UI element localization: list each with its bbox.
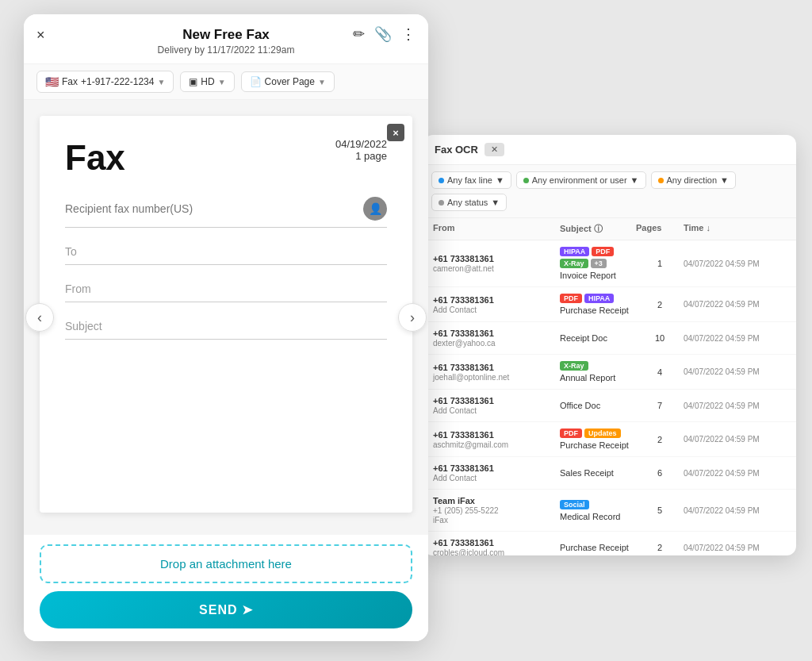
subject-cell: Purchase Receipt (560, 543, 636, 552)
filter-env-user[interactable]: Any environment or user ▼ (516, 171, 646, 189)
tag-hipaa: HIPAA (560, 247, 589, 256)
tag-pdf: PDF (560, 294, 582, 303)
table-row[interactable]: +61 733381361 cameron@att.net HIPAAPDFX-… (423, 240, 796, 287)
recipient-field-container: 👤 (65, 197, 387, 228)
subject-cell: PDFUpdatesPurchase Receipt (560, 428, 636, 450)
more-icon[interactable]: ⋮ (401, 25, 416, 43)
subject-text: Invoice Report (560, 271, 636, 280)
sender-num: +61 733381361 (433, 538, 560, 548)
time-cell: 04/07/2022 04:59 PM (684, 259, 787, 268)
drop-zone[interactable]: Drop an attachment here (40, 544, 412, 583)
from-field-container: From (65, 282, 387, 302)
time-cell: 04/07/2022 04:59 PM (684, 469, 787, 478)
sender-num: +61 733381361 (433, 254, 560, 263)
subject-cell: Sales Receipt (560, 468, 636, 478)
sender-email: crobles@icloud.com (433, 548, 560, 555)
time-cell: 04/07/2022 04:59 PM (684, 367, 787, 376)
direction-label: Any direction (667, 175, 718, 185)
sender-email: dexter@yahoo.ca (433, 339, 560, 348)
recipient-fax-input[interactable] (65, 202, 363, 215)
direction-chevron: ▼ (720, 175, 729, 185)
sender-cell: +61 733381361 Add Contact (433, 396, 560, 415)
col-from: From (433, 223, 560, 235)
tag-pdf: PDF (592, 247, 614, 256)
fax-ocr-panel: Fax OCR ✕ Any fax line ▼ Any environment… (423, 135, 796, 555)
subject-text: Office Doc (560, 401, 636, 410)
env-user-chevron: ▼ (630, 175, 639, 185)
nav-arrow-left[interactable]: ‹ (25, 303, 54, 332)
quality-chevron: ▼ (218, 78, 226, 86)
pages-cell: 7 (636, 401, 684, 410)
table-row[interactable]: +61 733381361 Add Contact PDFHIPAAPurcha… (423, 287, 796, 322)
table-row[interactable]: +61 733381361 Add Contact Office Doc704/… (423, 390, 796, 422)
from-label: From (65, 282, 387, 302)
fax-selector-chevron: ▼ (157, 78, 165, 86)
modal-subtitle: Delivery by 11/17/2022 11:29am (40, 44, 412, 56)
fax-line-dot (439, 178, 444, 183)
pages-cell: 4 (636, 367, 684, 377)
sender-email: cameron@att.net (433, 264, 560, 273)
send-button[interactable]: SEND ➤ (40, 591, 412, 628)
table-row[interactable]: +61 733381361 aschmitz@gmail.com PDFUpda… (423, 422, 796, 457)
table-row[interactable]: +61 733381361 Add Contact Sales Receipt6… (423, 457, 796, 490)
attachment-icon[interactable]: 📎 (374, 25, 392, 43)
table-row[interactable]: +61 733381361 joehall@optonline.net X-Ra… (423, 355, 796, 390)
table-row[interactable]: +61 733381361 dexter@yahoo.ca Receipt Do… (423, 322, 796, 355)
fax-number-selector[interactable]: 🇺🇸 Fax +1-917-222-1234 ▼ (36, 71, 174, 93)
quality-selector[interactable]: ▣ HD ▼ (180, 71, 234, 92)
subject-cell: Office Doc (560, 401, 636, 410)
subject-text: Purchase Receipt (560, 543, 636, 552)
add-contact-icon: 👤 (369, 202, 382, 215)
subject-cell: X-RayAnnual Report (560, 361, 636, 382)
modal-actions: ✏ 📎 ⋮ (353, 25, 416, 43)
fax-doc-date: 04/19/2022 (335, 138, 387, 150)
fax-doc-header: Fax 04/19/2022 1 page (65, 138, 387, 178)
sender-cell: +61 733381361 crobles@icloud.com (433, 538, 560, 555)
fax-number-value: +1-917-222-1234 (81, 76, 154, 87)
subject-cell: HIPAAPDFX-Ray+3Invoice Report (560, 247, 636, 280)
table-row[interactable]: Team iFax +1 (205) 255-5222 iFax SocialM… (423, 490, 796, 532)
sender-num: +61 733381361 (433, 463, 560, 473)
sender-email: Add Contact (433, 306, 560, 314)
subject-text: Receipt Doc (560, 333, 636, 343)
filter-status[interactable]: Any status ▼ (431, 194, 507, 211)
sender-num: +61 733381361 (433, 396, 560, 405)
sender-num: +61 733381361 (433, 295, 560, 305)
subject-text: Medical Record (560, 512, 636, 521)
sender-email: iFax (433, 516, 560, 525)
col-time: Time ↓ (684, 223, 787, 235)
modal-footer: Drop an attachment here SEND ➤ (24, 535, 428, 641)
add-contact-button[interactable]: 👤 (363, 197, 387, 221)
tag-social: Social (560, 500, 589, 509)
sender-cell: +61 733381361 joehall@optonline.net (433, 363, 560, 382)
fax-doc-pages: 1 page (335, 150, 387, 162)
fax-number-label: Fax (62, 76, 78, 87)
time-cell: 04/07/2022 04:59 PM (684, 435, 787, 444)
ocr-header: Fax OCR ✕ (423, 135, 796, 165)
to-field-container: To (65, 245, 387, 265)
subject-text: Sales Receipt (560, 468, 636, 478)
sender-num: +61 733381361 (433, 329, 560, 338)
fax-compose-modal: × New Free Fax Delivery by 11/17/2022 11… (24, 14, 428, 641)
subject-label: Subject (65, 320, 387, 340)
subject-field-container: Subject (65, 320, 387, 340)
subject-cell: SocialMedical Record (560, 500, 636, 521)
time-cell: 04/07/2022 04:59 PM (684, 544, 787, 552)
sender-email: joehall@optonline.net (433, 373, 560, 382)
tag-hipaa: HIPAA (584, 294, 614, 303)
tag-xray: X-Ray (560, 361, 588, 371)
fax-document: × Fax 04/19/2022 1 page 👤 To (40, 116, 412, 513)
ocr-table-header: From Subject ⓘ Pages Time ↓ (423, 218, 796, 240)
edit-icon[interactable]: ✏ (353, 25, 365, 43)
nav-arrow-right[interactable]: › (398, 303, 427, 332)
fax-doc-close-btn[interactable]: × (387, 124, 404, 141)
fax-doc-title: Fax (65, 138, 125, 178)
filter-direction[interactable]: Any direction ▼ (651, 171, 736, 189)
modal-close-button[interactable]: × (36, 27, 45, 44)
sender-cell: Team iFax +1 (205) 255-5222 iFax (433, 496, 560, 525)
filter-fax-line[interactable]: Any fax line ▼ (431, 171, 511, 189)
table-row[interactable]: +61 733381361 crobles@icloud.com Purchas… (423, 532, 796, 555)
cover-page-selector[interactable]: 📄 Cover Page ▼ (241, 71, 335, 92)
ocr-tab-close[interactable]: ✕ (485, 143, 504, 156)
tag-xray: X-Ray (560, 259, 588, 268)
